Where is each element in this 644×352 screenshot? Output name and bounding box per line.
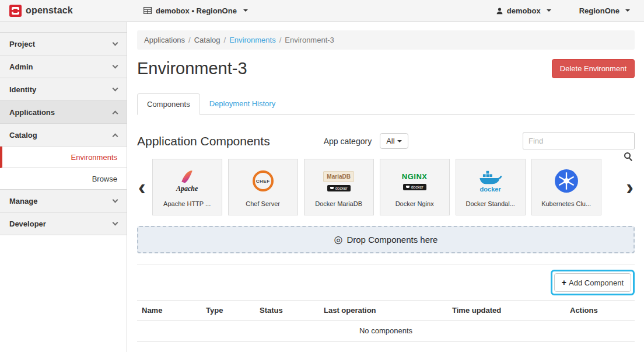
mariadb-icon: MariaDB docker — [323, 167, 354, 195]
sidebar-item-label: Catalog — [9, 131, 37, 140]
docker-whale-icon — [406, 186, 410, 188]
sidebar-item-developer[interactable]: Developer — [0, 212, 127, 235]
docker-icon: docker — [478, 167, 503, 195]
search-input[interactable] — [523, 133, 635, 149]
breadcrumb-link-environments[interactable]: Environments — [229, 36, 275, 44]
table-header-name: Name — [137, 301, 201, 320]
sidebar-item-label: Admin — [9, 62, 33, 71]
components-carousel: Apache Apache HTTP ... CHEF Chef Server … — [137, 159, 635, 215]
add-component-button[interactable]: Add Component — [554, 273, 631, 292]
topbar: openstack demobox • RegionOne demobox Re… — [0, 0, 644, 22]
table-header-type: Type — [201, 301, 255, 320]
chevron-up-icon — [113, 133, 118, 139]
component-card-mariadb[interactable]: MariaDB docker Docker MariaDB — [304, 159, 374, 215]
empty-table-message: No components — [137, 320, 635, 341]
user-menu-dropdown[interactable]: demobox — [496, 6, 551, 15]
component-card-label: Docker Nginx — [396, 200, 434, 207]
app-category-value: All — [386, 137, 394, 145]
component-card-label: Docker MariaDB — [315, 200, 362, 207]
components-heading: Application Components — [137, 134, 270, 148]
sidebar-item-label: Manage — [9, 197, 37, 205]
sidebar-item-catalog[interactable]: Catalog — [0, 124, 127, 147]
context-label: demobox • RegionOne — [156, 6, 237, 15]
carousel-next-button[interactable] — [625, 176, 635, 198]
dropzone-label: Drop Components here — [346, 235, 438, 245]
sidebar-item-label: Browse — [92, 175, 117, 183]
sidebar-item-manage[interactable]: Manage — [0, 190, 127, 212]
add-component-label: Add Component — [569, 278, 624, 287]
app-category-dropdown[interactable]: All — [380, 133, 408, 149]
component-card-label: Chef Server — [246, 200, 280, 207]
drop-components-zone[interactable]: Drop Components here — [137, 226, 635, 253]
component-card-docker[interactable]: docker Docker Standal... — [456, 159, 526, 215]
component-card-chef[interactable]: CHEF Chef Server — [228, 159, 298, 215]
component-card-kubernetes[interactable]: Kubernetes Clu... — [531, 159, 601, 215]
chevron-down-icon — [113, 220, 118, 226]
chevron-down-icon — [113, 86, 118, 92]
nginx-icon: NGINX docker — [402, 167, 428, 195]
search-wrap — [523, 133, 635, 149]
table-grid-icon — [144, 7, 152, 14]
region-menu-dropdown[interactable]: RegionOne — [579, 6, 630, 15]
table-header-row: Name Type Status Last operation Time upd… — [137, 301, 635, 320]
focus-highlight: Add Component — [551, 270, 635, 295]
table-row: No components — [137, 320, 635, 341]
page-title: Environment-3 — [137, 59, 247, 78]
components-table: Name Type Status Last operation Time upd… — [137, 300, 635, 341]
tab-bar: Components Deployment History — [137, 93, 635, 115]
openstack-brand[interactable]: openstack — [9, 5, 130, 17]
component-card-apache[interactable]: Apache Apache HTTP ... — [152, 159, 222, 215]
breadcrumb-item: Catalog — [194, 36, 220, 44]
add-component-row: Add Component — [137, 270, 635, 295]
table-header-actions: Actions — [565, 301, 635, 320]
app-category-label: App category — [324, 137, 372, 146]
user-menu-label: demobox — [507, 6, 541, 15]
caret-down-icon — [625, 9, 630, 12]
table-header-status: Status — [255, 301, 319, 320]
apache-feather-icon — [181, 168, 192, 183]
breadcrumb-current: Environment-3 — [285, 36, 334, 44]
topbar-right: demobox RegionOne — [496, 6, 635, 15]
table-header-last-operation: Last operation — [319, 301, 447, 320]
tab-components[interactable]: Components — [137, 93, 200, 115]
target-icon — [334, 233, 343, 246]
user-icon — [496, 7, 503, 15]
sidebar-item-applications[interactable]: Applications — [0, 101, 127, 124]
breadcrumb-item: Applications — [144, 36, 185, 44]
docker-whale-icon — [478, 169, 503, 186]
openstack-logo-icon — [9, 5, 22, 17]
sidebar-item-admin[interactable]: Admin — [0, 55, 127, 78]
component-card-label: Apache HTTP ... — [163, 200, 211, 207]
sidebar-item-label: Identity — [9, 85, 36, 94]
context-switcher-dropdown[interactable]: demobox • RegionOne — [144, 6, 248, 15]
chevron-up-icon — [113, 110, 118, 116]
apache-icon: Apache — [176, 167, 198, 195]
region-menu-label: RegionOne — [579, 6, 620, 15]
sidebar-item-identity[interactable]: Identity — [0, 78, 127, 101]
chevron-down-icon — [113, 40, 118, 46]
section-divider — [137, 264, 635, 264]
sidebar-item-label: Developer — [9, 219, 46, 228]
component-card-nginx[interactable]: NGINX docker Docker Nginx — [380, 159, 450, 215]
sidebar-item-label: Environments — [71, 153, 117, 162]
component-cards: Apache Apache HTTP ... CHEF Chef Server … — [152, 159, 620, 215]
sidebar-item-environments[interactable]: Environments — [0, 147, 127, 168]
caret-down-icon — [397, 140, 402, 142]
kubernetes-icon — [554, 167, 579, 195]
delete-environment-button[interactable]: Delete Environment — [552, 59, 635, 78]
sidebar-item-label: Project — [9, 40, 35, 48]
table-header-time-updated: Time updated — [447, 301, 565, 320]
search-icon[interactable] — [624, 152, 632, 161]
kubernetes-wheel-icon — [554, 169, 579, 193]
tab-deployment-history[interactable]: Deployment History — [200, 93, 285, 114]
brand-text: openstack — [26, 5, 73, 16]
sidebar-item-browse[interactable]: Browse — [0, 168, 127, 190]
component-card-label: Kubernetes Clu... — [541, 200, 591, 207]
chef-icon: CHEF — [253, 167, 274, 195]
caret-down-icon — [243, 9, 248, 12]
sidebar-partial-item — [0, 22, 127, 33]
sidebar-item-project[interactable]: Project — [0, 33, 127, 55]
docker-badge-icon: docker — [327, 185, 351, 191]
carousel-prev-button[interactable] — [137, 176, 147, 198]
component-card-label: Docker Standal... — [466, 200, 514, 207]
